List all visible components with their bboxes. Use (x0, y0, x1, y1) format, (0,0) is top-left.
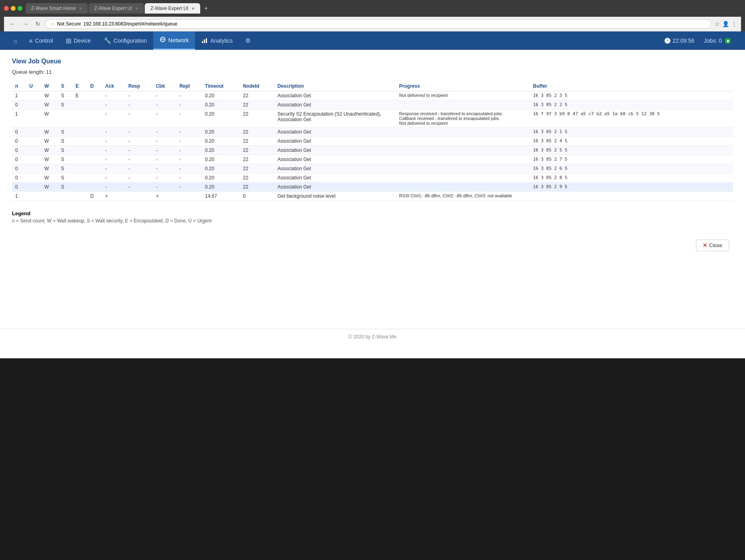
table-cell: 0 (12, 155, 26, 164)
close-window-button[interactable] (4, 6, 9, 11)
table-cell: - (102, 128, 125, 137)
top-nav: ⌂ ≡ Control ▤ Device 🔧 Configuration Net… (0, 31, 745, 50)
table-cell: - (125, 183, 153, 192)
bookmark-icon[interactable]: ☆ (715, 21, 720, 27)
nav-device[interactable]: ▤ Device (59, 31, 97, 50)
more-icon[interactable]: ⋮ (731, 21, 737, 27)
nav-jobs[interactable]: Jobs: 0 ■ (698, 31, 737, 50)
maximize-window-button[interactable] (18, 6, 22, 11)
table-cell (73, 155, 87, 164)
table-cell: - (125, 173, 153, 183)
forward-button[interactable]: → (21, 20, 30, 28)
table-cell: - (102, 173, 125, 183)
col-progress: Progress (396, 81, 530, 91)
table-cell: 0.20 (202, 137, 240, 146)
table-cell-buffer: 16 3 85 2 4 5 (530, 137, 733, 146)
table-cell: S (58, 155, 73, 164)
table-cell: - (125, 110, 153, 128)
table-cell-progress (396, 183, 530, 192)
nav-configuration[interactable]: 🔧 Configuration (97, 31, 153, 50)
table-cell: 0 (12, 146, 26, 155)
table-cell: D (87, 192, 102, 201)
table-cell: W (41, 146, 58, 155)
table-row: 0WS----0.2022Association Get16 3 85 2 9 … (12, 183, 733, 192)
table-cell (26, 183, 41, 192)
table-cell: - (176, 91, 202, 100)
table-cell: - (176, 128, 202, 137)
table-cell: 0.20 (202, 183, 240, 192)
table-cell: - (125, 155, 153, 164)
table-cell: - (125, 164, 153, 173)
table-cell: - (102, 164, 125, 173)
col-w: W (41, 81, 58, 91)
table-cell: 0 (12, 173, 26, 183)
table-row: 0WS----0.2022Association Get16 3 85 2 5 … (12, 146, 733, 155)
address-bar[interactable]: ⚠ Not Secure 192.168.10.23:8083/expert/#… (45, 19, 711, 29)
table-cell: 22 (240, 91, 274, 100)
footer-text: © 2020 by Z-Wave.Me (349, 334, 396, 340)
table-cell (87, 110, 102, 128)
legend: Legend n = Send count, W = Wait wakeup, … (12, 210, 733, 224)
security-warning-text: Not Secure (57, 21, 81, 27)
table-cell (73, 110, 87, 128)
table-cell-description: Association Get (274, 91, 396, 100)
table-cell (73, 128, 87, 137)
table-cell-progress (396, 146, 530, 155)
table-cell: - (153, 100, 176, 110)
nav-home[interactable]: ⌂ (8, 31, 23, 50)
browser-tab-2[interactable]: Z-Wave Expert UI ✕ (89, 3, 144, 14)
col-u: U (26, 81, 41, 91)
table-cell-buffer: 16 3 85 2 6 5 (530, 164, 733, 173)
table-cell (87, 164, 102, 173)
table-cell-buffer: 16 3 85 2 1 5 (530, 128, 733, 137)
profile-icon[interactable]: 👤 (722, 21, 729, 27)
table-cell (87, 91, 102, 100)
table-cell: W (41, 91, 58, 100)
nav-network[interactable]: Network (153, 31, 195, 50)
svg-rect-4 (204, 39, 205, 43)
table-cell: W (41, 137, 58, 146)
table-cell (73, 137, 87, 146)
tab-close-3[interactable]: ✕ (191, 6, 195, 11)
table-cell-buffer: 16 3 85 2 3 5 (530, 91, 733, 100)
nav-settings[interactable]: ⚙ (239, 31, 257, 50)
table-cell: W (41, 164, 58, 173)
table-cell (26, 164, 41, 173)
nav-control[interactable]: ≡ Control (23, 31, 59, 50)
table-cell: - (102, 183, 125, 192)
col-e: E (73, 81, 87, 91)
table-cell: E (73, 91, 87, 100)
table-cell (87, 173, 102, 183)
tab-close-2[interactable]: ✕ (135, 6, 138, 11)
table-cell: - (153, 110, 176, 128)
new-tab-button[interactable]: + (201, 3, 211, 14)
table-cell: 0.20 (202, 100, 240, 110)
table-cell: + (153, 192, 176, 201)
browser-tab-3[interactable]: Z-Wave Expert UI ✕ (145, 3, 200, 14)
table-cell (58, 192, 73, 201)
table-cell: 0.20 (202, 91, 240, 100)
table-row: 0WS----0.2022Association Get16 3 85 2 1 … (12, 128, 733, 137)
nav-analytics[interactable]: Analytics (195, 31, 239, 50)
home-icon: ⌂ (14, 37, 17, 44)
tab-label-2: Z-Wave Expert UI (94, 6, 132, 11)
reload-button[interactable]: ↻ (34, 20, 42, 28)
back-button[interactable]: ← (8, 20, 18, 28)
col-n: n (12, 81, 26, 91)
table-cell-progress (396, 128, 530, 137)
table-cell (26, 91, 41, 100)
browser-tab-1[interactable]: Z-Wave Smart Home ✕ (26, 3, 88, 14)
col-nodeid: NodeId (240, 81, 274, 91)
svg-rect-5 (206, 38, 207, 43)
tab-close-1[interactable]: ✕ (79, 6, 82, 11)
table-cell: 22 (240, 110, 274, 128)
analytics-icon (201, 37, 208, 45)
table-cell: 0.20 (202, 146, 240, 155)
table-row: 0WS----0.2022Association Get16 3 85 2 7 … (12, 155, 733, 164)
nav-configuration-label: Configuration (114, 37, 147, 44)
table-cell-buffer: 16 3 85 2 8 5 (530, 173, 733, 183)
close-button[interactable]: ✕ Close (696, 240, 729, 251)
minimize-window-button[interactable] (11, 6, 16, 11)
table-row: 0WS----0.2022Association Get16 3 85 2 8 … (12, 173, 733, 183)
table-cell: - (102, 110, 125, 128)
